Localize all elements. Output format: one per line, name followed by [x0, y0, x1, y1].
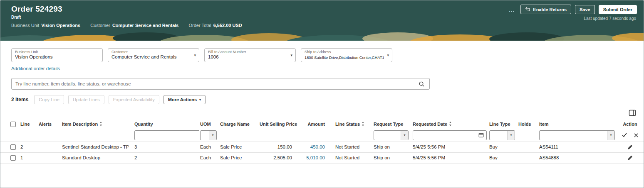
business-unit-field[interactable]: Business Unit Vision Operations: [11, 48, 103, 62]
col-header-holds: Holds: [518, 119, 538, 129]
col-header-amount: Amount: [302, 119, 329, 129]
table-filter-row: ▾ ▾ ▾: [0, 129, 644, 142]
submit-order-label: Submit Order: [603, 7, 632, 12]
col-header-item: Item: [538, 119, 617, 129]
close-icon: [634, 132, 638, 139]
col-header-line-status: Line Status: [329, 119, 373, 129]
save-button[interactable]: Save: [575, 5, 595, 14]
summary-customer-label: Customer: [90, 23, 110, 28]
more-actions-button[interactable]: More Actions ▾: [163, 95, 206, 104]
summary-business-unit-label: Business Unit: [11, 23, 39, 28]
cell-holds: [518, 142, 538, 152]
customer-field-label: Customer: [111, 50, 191, 54]
overflow-menu-button[interactable]: …: [507, 7, 517, 12]
business-unit-field-value: Vision Operations: [15, 54, 94, 59]
item-filter-dropdown[interactable]: ▾: [539, 130, 615, 140]
cell-line: 2: [20, 142, 38, 152]
chevron-down-icon: ▾: [507, 131, 515, 140]
enable-returns-button[interactable]: Enable Returns: [520, 5, 571, 14]
update-lines-button[interactable]: Update Lines: [68, 95, 104, 104]
chevron-down-icon: ▾: [401, 131, 408, 140]
row-checkbox[interactable]: [10, 144, 16, 150]
additional-order-details-link[interactable]: Additional order details: [11, 66, 60, 71]
cell-item: AS54111: [538, 142, 617, 152]
chevron-down-icon[interactable]: ▾: [387, 53, 389, 57]
status-badge: Draft: [11, 15, 62, 20]
quantity-filter-input[interactable]: [134, 130, 199, 140]
sort-icon[interactable]: [362, 122, 364, 126]
business-unit-field-label: Business Unit: [15, 50, 94, 54]
edit-line-button[interactable]: [627, 144, 634, 151]
cell-uom: Each: [199, 152, 219, 163]
pencil-icon: [627, 156, 633, 162]
order-fields: Business Unit Vision Operations Customer…: [11, 48, 644, 62]
bill-to-account-field[interactable]: Bill-to Account Number 1006 ▾: [204, 48, 296, 62]
amount-link[interactable]: 5,010.00: [306, 155, 325, 160]
line-search-input[interactable]: [15, 81, 418, 86]
abstract-leaves-art: [0, 32, 644, 41]
uom-filter-dropdown[interactable]: ▾: [200, 130, 217, 140]
enable-returns-label: Enable Returns: [533, 7, 567, 12]
cell-line-status: Not Started: [329, 152, 373, 163]
order-header: Order 524293 Draft … Enable Returns Save…: [0, 0, 644, 41]
col-header-item-description: Item Description: [61, 119, 129, 129]
ship-to-address-field-label: Ship-to Address: [305, 50, 384, 54]
order-page: Order 524293 Draft … Enable Returns Save…: [0, 0, 644, 188]
pencil-icon: [627, 145, 633, 151]
amount-link[interactable]: 450.00: [310, 144, 325, 149]
bill-to-account-field-label: Bill-to Account Number: [208, 50, 287, 54]
sort-icon[interactable]: [99, 122, 102, 126]
table-header-row: Line Alerts Item Description Quantity UO…: [0, 119, 644, 129]
header-title-block: Order 524293 Draft: [11, 5, 62, 20]
table-row[interactable]: 1 Standard Desktop 2 Each Sale Price 2,5…: [0, 152, 644, 163]
more-actions-label: More Actions: [168, 97, 197, 102]
clear-filters-button[interactable]: [633, 132, 639, 138]
requested-date-filter-input[interactable]: [416, 133, 478, 138]
cell-item-description: Sentinel Standard Desktop - TP: [61, 142, 129, 152]
search-button[interactable]: [418, 80, 426, 88]
return-arrow-icon: [525, 7, 530, 12]
chevron-down-icon[interactable]: ▾: [194, 53, 196, 57]
line-type-filter-dropdown[interactable]: ▾: [489, 130, 515, 140]
summary-business-unit-value: Vision Operations: [41, 23, 80, 28]
save-label: Save: [580, 7, 590, 12]
cell-unit-selling-price: 150.00: [259, 142, 302, 152]
cell-item-description: Standard Desktop: [61, 152, 129, 163]
row-checkbox[interactable]: [10, 155, 16, 161]
col-header-uom: UOM: [199, 119, 219, 129]
cell-line: 1: [20, 152, 38, 163]
request-type-filter-dropdown[interactable]: ▾: [374, 130, 409, 140]
customer-field[interactable]: Customer Computer Service and Rentals ▾: [108, 48, 199, 62]
table-row[interactable]: 2 Sentinel Standard Desktop - TP 3 Each …: [0, 142, 644, 152]
col-header-unit-selling-price: Unit Selling Price: [259, 119, 302, 129]
cell-request-type: Ship on: [373, 142, 412, 152]
order-lines-table: Line Alerts Item Description Quantity UO…: [0, 119, 644, 164]
col-header-item-description-label: Item Description: [62, 122, 98, 127]
col-header-request-type: Request Type: [373, 119, 412, 129]
cell-item: AS54888: [538, 152, 617, 163]
col-header-line-type: Line Type: [488, 119, 518, 129]
col-header-line-status-label: Line Status: [335, 122, 360, 127]
chevron-down-icon[interactable]: ▾: [290, 53, 292, 57]
cell-alerts: [38, 142, 61, 152]
summary-order-total-label: Order Total: [188, 23, 211, 28]
cell-line-type: Buy: [488, 142, 518, 152]
submit-order-button[interactable]: Submit Order: [599, 5, 637, 14]
select-all-checkbox[interactable]: [10, 122, 16, 127]
edit-line-button[interactable]: [627, 154, 634, 161]
col-header-requested-date: Requested Date: [412, 119, 488, 129]
expected-availability-button[interactable]: Expected Availability: [109, 95, 159, 104]
col-header-requested-date-label: Requested Date: [413, 122, 447, 127]
manage-columns-button[interactable]: [628, 108, 637, 117]
col-header-alerts: Alerts: [38, 119, 61, 129]
table-columns-icon: [629, 112, 636, 118]
ship-to-address-field[interactable]: Ship-to Address 1800 Satellite Drive,Dis…: [301, 48, 392, 62]
summary-customer: Customer Computer Service and Rentals: [90, 23, 178, 28]
summary-customer-value: Computer Service and Rentals: [112, 23, 179, 28]
sort-icon[interactable]: [449, 122, 452, 126]
copy-line-button[interactable]: Copy Line: [34, 95, 64, 104]
last-updated-text: Last updated 7 seconds ago: [584, 16, 637, 21]
cell-unit-selling-price: 2,505.00: [259, 152, 302, 163]
apply-filters-button[interactable]: [621, 132, 628, 138]
date-picker-button[interactable]: [478, 132, 485, 139]
